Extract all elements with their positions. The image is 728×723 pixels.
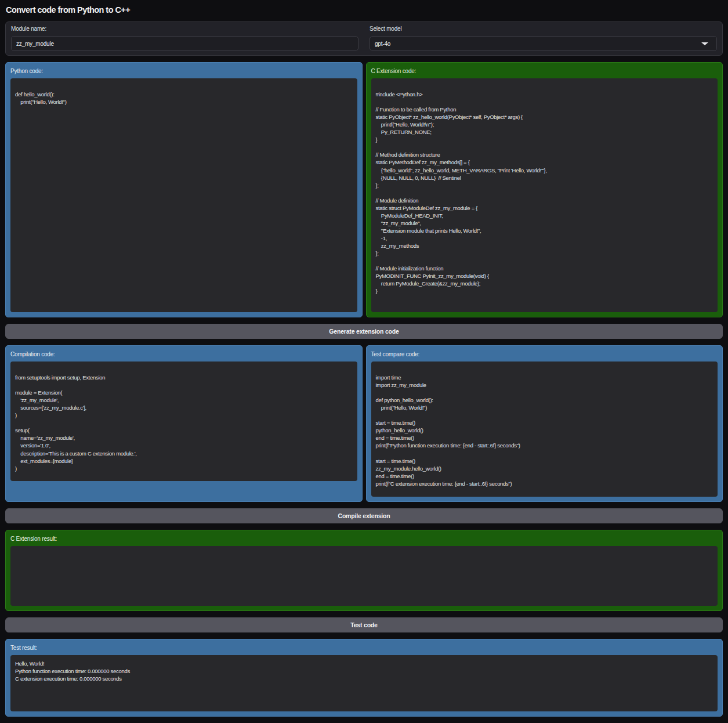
module-name-field-group: Module name: [11,25,358,51]
compile-extension-button[interactable]: Compile extension [5,508,723,523]
settings-row: Module name: Select model gpt-4o [5,21,723,56]
generate-extension-code-button[interactable]: Generate extension code [5,324,723,339]
model-dropdown-value: gpt-4o [375,41,390,47]
c-extension-result-textarea[interactable] [10,546,718,606]
c-extension-code-panel: C Extension code: #include <Python.h> //… [366,62,723,317]
python-code-label: Python code: [10,67,357,75]
c-extension-result-panel: C Extension result: [5,530,723,611]
model-field-group: Select model gpt-4o [370,25,717,51]
c-extension-result-label: C Extension result: [10,535,718,543]
test-result-label: Test result: [10,644,718,652]
select-model-label: Select model [370,25,717,32]
c-extension-code-textarea[interactable]: #include <Python.h> // Function to be ca… [371,78,718,312]
test-compare-code-panel: Test compare code: import time import zz… [366,345,723,502]
python-code-panel: Python code: def hello_world(): print("H… [5,62,363,317]
compilation-code-label: Compilation code: [10,350,357,358]
model-dropdown[interactable]: gpt-4o [370,36,717,51]
page: Convert code from Python to C++ Module n… [5,5,723,717]
test-compare-code-label: Test compare code: [371,350,718,358]
module-name-label: Module name: [11,25,358,32]
test-result-panel: Test result: Hello, World! Python functi… [5,639,723,717]
c-extension-code-label: C Extension code: [371,67,718,75]
code-row: Python code: def hello_world(): print("H… [5,62,723,317]
test-compare-code-textarea[interactable]: import time import zz_my_module def pyth… [371,362,718,497]
page-title: Convert code from Python to C++ [6,5,723,15]
compile-test-row: Compilation code: from setuptools import… [5,345,723,502]
compilation-code-panel: Compilation code: from setuptools import… [5,345,363,502]
chevron-down-icon [701,42,708,45]
python-code-textarea[interactable]: def hello_world(): print("Hello, World!"… [10,78,357,312]
test-code-button[interactable]: Test code [5,617,723,632]
module-name-input[interactable] [11,36,358,51]
compilation-code-textarea[interactable]: from setuptools import setup, Extension … [10,362,357,481]
test-result-textarea[interactable]: Hello, World! Python function execution … [10,655,718,711]
